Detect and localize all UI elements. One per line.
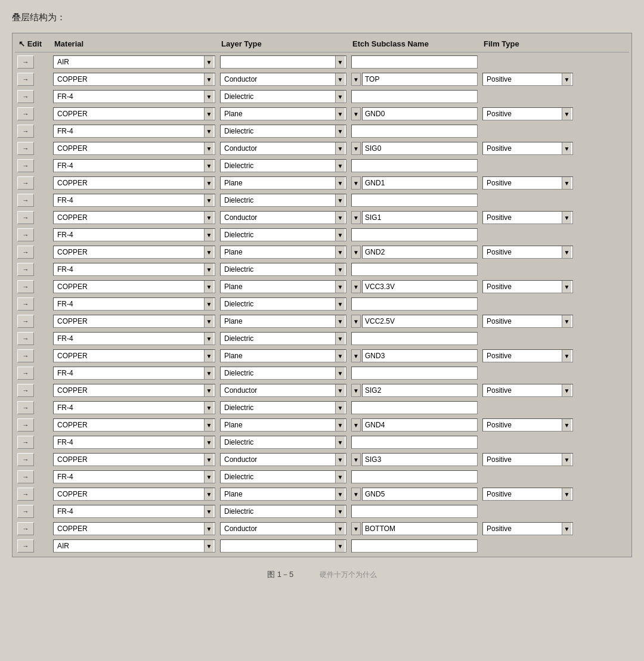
layer-type-select[interactable]: Plane▼ bbox=[220, 107, 346, 120]
layer-type-select[interactable]: Dielectric▼ bbox=[220, 367, 346, 380]
material-dropdown-arrow[interactable]: ▼ bbox=[204, 246, 213, 258]
edit-button[interactable]: → bbox=[17, 539, 34, 553]
layer-type-dropdown-arrow[interactable]: ▼ bbox=[335, 229, 345, 241]
layer-type-select[interactable]: Plane▼ bbox=[220, 418, 346, 432]
etch-dropdown-arrow[interactable]: ▼ bbox=[351, 211, 361, 224]
etch-dropdown-arrow[interactable]: ▼ bbox=[351, 488, 361, 501]
material-select[interactable]: COPPER▼ bbox=[53, 418, 215, 432]
material-dropdown-arrow[interactable]: ▼ bbox=[204, 108, 213, 120]
layer-type-select[interactable]: Plane▼ bbox=[220, 246, 346, 259]
material-select[interactable]: FR-4▼ bbox=[53, 332, 215, 345]
material-select[interactable]: COPPER▼ bbox=[53, 349, 215, 362]
edit-button[interactable]: → bbox=[17, 176, 34, 190]
film-type-select[interactable]: Positive▼ bbox=[482, 522, 573, 535]
material-dropdown-arrow[interactable]: ▼ bbox=[204, 333, 213, 345]
film-type-dropdown-arrow[interactable]: ▼ bbox=[562, 142, 571, 154]
layer-type-dropdown-arrow[interactable]: ▼ bbox=[335, 350, 345, 362]
material-dropdown-arrow[interactable]: ▼ bbox=[204, 125, 213, 137]
film-type-select[interactable]: Positive▼ bbox=[482, 418, 573, 432]
film-type-dropdown-arrow[interactable]: ▼ bbox=[562, 523, 571, 535]
layer-type-select[interactable]: Dielectric▼ bbox=[220, 401, 346, 414]
material-dropdown-arrow[interactable]: ▼ bbox=[204, 454, 213, 466]
material-dropdown-arrow[interactable]: ▼ bbox=[204, 142, 213, 154]
material-dropdown-arrow[interactable]: ▼ bbox=[204, 402, 213, 414]
layer-type-dropdown-arrow[interactable]: ▼ bbox=[335, 384, 345, 396]
layer-type-select[interactable]: Dielectric▼ bbox=[220, 228, 346, 241]
etch-dropdown-arrow[interactable]: ▼ bbox=[351, 142, 361, 155]
material-select[interactable]: COPPER▼ bbox=[53, 246, 215, 259]
material-select[interactable]: FR-4▼ bbox=[53, 159, 215, 172]
layer-type-select[interactable]: Conductor▼ bbox=[220, 384, 346, 397]
material-dropdown-arrow[interactable]: ▼ bbox=[204, 523, 213, 535]
film-type-dropdown-arrow[interactable]: ▼ bbox=[562, 177, 571, 189]
film-type-select[interactable]: Positive▼ bbox=[482, 349, 573, 362]
layer-type-dropdown-arrow[interactable]: ▼ bbox=[335, 281, 345, 293]
layer-type-select[interactable]: Conductor▼ bbox=[220, 211, 346, 224]
material-dropdown-arrow[interactable]: ▼ bbox=[204, 229, 213, 241]
material-select[interactable]: FR-4▼ bbox=[53, 401, 215, 414]
layer-type-select[interactable]: Dielectric▼ bbox=[220, 436, 346, 449]
material-dropdown-arrow[interactable]: ▼ bbox=[204, 488, 213, 500]
edit-button[interactable]: → bbox=[17, 55, 34, 69]
material-dropdown-arrow[interactable]: ▼ bbox=[204, 177, 213, 189]
film-type-select[interactable]: Positive▼ bbox=[482, 384, 573, 397]
material-select[interactable]: COPPER▼ bbox=[53, 453, 215, 466]
layer-type-dropdown-arrow[interactable]: ▼ bbox=[335, 125, 345, 137]
layer-type-select[interactable]: ▼ bbox=[220, 539, 346, 553]
layer-type-select[interactable]: Plane▼ bbox=[220, 349, 346, 362]
material-dropdown-arrow[interactable]: ▼ bbox=[204, 315, 213, 327]
etch-dropdown-arrow[interactable]: ▼ bbox=[351, 73, 361, 86]
film-type-select[interactable]: Positive▼ bbox=[482, 176, 573, 190]
material-dropdown-arrow[interactable]: ▼ bbox=[204, 56, 213, 68]
material-dropdown-arrow[interactable]: ▼ bbox=[204, 194, 213, 206]
edit-button[interactable]: → bbox=[17, 488, 34, 501]
edit-button[interactable]: → bbox=[17, 263, 34, 276]
etch-dropdown-arrow[interactable]: ▼ bbox=[351, 418, 361, 432]
edit-button[interactable]: → bbox=[17, 436, 34, 449]
layer-type-dropdown-arrow[interactable]: ▼ bbox=[335, 108, 345, 120]
material-dropdown-arrow[interactable]: ▼ bbox=[204, 298, 213, 310]
film-type-dropdown-arrow[interactable]: ▼ bbox=[562, 212, 571, 224]
etch-dropdown-arrow[interactable]: ▼ bbox=[351, 280, 361, 293]
layer-type-select[interactable]: Conductor▼ bbox=[220, 73, 346, 86]
edit-button[interactable]: → bbox=[17, 194, 34, 207]
material-dropdown-arrow[interactable]: ▼ bbox=[204, 350, 213, 362]
layer-type-dropdown-arrow[interactable]: ▼ bbox=[335, 160, 345, 172]
layer-type-dropdown-arrow[interactable]: ▼ bbox=[335, 333, 345, 345]
material-dropdown-arrow[interactable]: ▼ bbox=[204, 212, 213, 224]
edit-button[interactable]: → bbox=[17, 332, 34, 345]
edit-button[interactable]: → bbox=[17, 470, 34, 483]
layer-type-select[interactable]: Dielectric▼ bbox=[220, 90, 346, 103]
etch-dropdown-arrow[interactable]: ▼ bbox=[351, 349, 361, 362]
layer-type-select[interactable]: Dielectric▼ bbox=[220, 263, 346, 276]
film-type-select[interactable]: Positive▼ bbox=[482, 488, 573, 501]
layer-type-dropdown-arrow[interactable]: ▼ bbox=[335, 315, 345, 327]
etch-dropdown-arrow[interactable]: ▼ bbox=[351, 107, 361, 120]
edit-button[interactable]: → bbox=[17, 211, 34, 224]
material-dropdown-arrow[interactable]: ▼ bbox=[204, 540, 213, 552]
layer-type-dropdown-arrow[interactable]: ▼ bbox=[335, 212, 345, 224]
material-dropdown-arrow[interactable]: ▼ bbox=[204, 384, 213, 396]
film-type-select[interactable]: Positive▼ bbox=[482, 453, 573, 466]
material-select[interactable]: COPPER▼ bbox=[53, 522, 215, 535]
layer-type-dropdown-arrow[interactable]: ▼ bbox=[335, 540, 345, 552]
layer-type-dropdown-arrow[interactable]: ▼ bbox=[335, 488, 345, 500]
edit-button[interactable]: → bbox=[17, 246, 34, 259]
layer-type-dropdown-arrow[interactable]: ▼ bbox=[335, 194, 345, 206]
film-type-select[interactable]: Positive▼ bbox=[482, 315, 573, 328]
layer-type-select[interactable]: Dielectric▼ bbox=[220, 194, 346, 207]
layer-type-dropdown-arrow[interactable]: ▼ bbox=[335, 298, 345, 310]
film-type-select[interactable]: Positive▼ bbox=[482, 280, 573, 293]
material-select[interactable]: COPPER▼ bbox=[53, 211, 215, 224]
film-type-dropdown-arrow[interactable]: ▼ bbox=[562, 454, 571, 466]
film-type-dropdown-arrow[interactable]: ▼ bbox=[562, 384, 571, 396]
material-dropdown-arrow[interactable]: ▼ bbox=[204, 263, 213, 275]
material-select[interactable]: FR-4▼ bbox=[53, 125, 215, 138]
film-type-dropdown-arrow[interactable]: ▼ bbox=[562, 108, 571, 120]
layer-type-select[interactable]: Dielectric▼ bbox=[220, 159, 346, 172]
film-type-dropdown-arrow[interactable]: ▼ bbox=[562, 350, 571, 362]
etch-dropdown-arrow[interactable]: ▼ bbox=[351, 246, 361, 259]
material-select[interactable]: AIR▼ bbox=[53, 55, 215, 69]
edit-button[interactable]: → bbox=[17, 297, 34, 311]
layer-type-select[interactable]: Conductor▼ bbox=[220, 522, 346, 535]
